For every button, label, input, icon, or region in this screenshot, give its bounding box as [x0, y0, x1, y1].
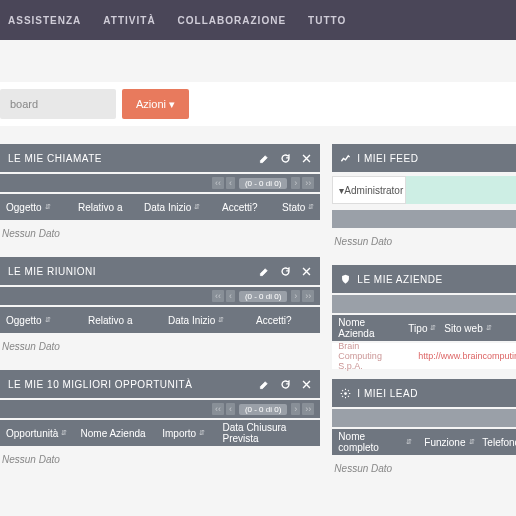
pager-range: (0 - 0 di 0)	[239, 291, 287, 302]
spacer-bar	[332, 295, 516, 313]
no-data-label: Nessun Dato	[0, 220, 320, 247]
edit-icon[interactable]	[259, 153, 270, 164]
gear-icon	[340, 388, 351, 399]
refresh-icon[interactable]	[280, 266, 291, 277]
shield-icon	[340, 274, 351, 285]
cell-site[interactable]: http://www.braincomputing.com	[418, 351, 516, 361]
columns-header: Nome completo⇵ Funzione⇵ Telefono	[332, 429, 516, 455]
close-icon[interactable]	[301, 153, 312, 164]
actions-button[interactable]: Azioni ▾	[122, 89, 189, 119]
edit-icon[interactable]	[259, 266, 270, 277]
col-telefono[interactable]: Telefono	[476, 437, 516, 448]
pager-range: (0 - 0 di 0)	[239, 178, 287, 189]
panel-meetings: LE MIE RIUNIONI ‹‹‹ (0 - 0 di 0) ››› Ogg…	[0, 257, 320, 360]
col-oggetto[interactable]: Oggetto⇵	[0, 202, 72, 213]
no-data-label: Nessun Dato	[332, 455, 516, 482]
panel-title: LE MIE RIUNIONI	[8, 266, 96, 277]
refresh-icon[interactable]	[280, 153, 291, 164]
col-opportunita[interactable]: Opportunità⇵	[0, 428, 75, 439]
col-nome[interactable]: Nome Azienda	[332, 317, 402, 339]
columns-header: Oggetto⇵ Relativo a Data Inizio⇵ Accetti…	[0, 307, 320, 333]
columns-header: Nome Azienda Tipo⇵ Sito web⇵	[332, 315, 516, 341]
pager: ‹‹‹ (0 - 0 di 0) ›››	[0, 174, 320, 192]
columns-header: Oggetto⇵ Relativo a Data Inizio⇵ Accetti…	[0, 194, 320, 220]
nav-collaborazione[interactable]: COLLABORAZIONE	[178, 15, 286, 26]
panel-feed: I MIEI FEED ▾ Administrator Nessun Dato	[332, 144, 516, 255]
refresh-icon[interactable]	[280, 379, 291, 390]
pager-prev-icon[interactable]: ‹‹‹	[212, 290, 235, 302]
panel-title: I MIEI FEED	[340, 153, 418, 164]
col-chiusura[interactable]: Data Chiusura Prevista	[216, 422, 320, 444]
spacer-bar	[332, 409, 516, 427]
col-nome[interactable]: Nome completo⇵	[332, 431, 418, 453]
chart-icon	[340, 153, 351, 164]
nav-assistenza[interactable]: ASSISTENZA	[8, 15, 81, 26]
pager-next-icon[interactable]: ›››	[291, 290, 314, 302]
col-relativo[interactable]: Relativo a	[82, 315, 162, 326]
nav-tutto[interactable]: TUTTO	[308, 15, 346, 26]
col-tipo[interactable]: Tipo⇵	[402, 323, 438, 334]
col-stato[interactable]: Stato⇵	[276, 202, 320, 213]
pager-next-icon[interactable]: ›››	[291, 403, 314, 415]
col-azienda[interactable]: Nome Azienda	[75, 428, 157, 439]
columns-header: Opportunità⇵ Nome Azienda Importo⇵ Data …	[0, 420, 320, 446]
nav-attivita[interactable]: ATTIVITÀ	[103, 15, 155, 26]
close-icon[interactable]	[301, 379, 312, 390]
panel-calls: LE MIE CHIAMATE ‹‹‹ (0 - 0 di 0) ››› Ogg…	[0, 144, 320, 247]
no-data-label: Nessun Dato	[332, 228, 516, 255]
pager-prev-icon[interactable]: ‹‹‹	[212, 177, 235, 189]
feed-input[interactable]	[406, 176, 516, 204]
no-data-label: Nessun Dato	[0, 333, 320, 360]
panel-title: LE MIE 10 MIGLIORI OPPORTUNITÀ	[8, 379, 192, 390]
panel-opportunities: LE MIE 10 MIGLIORI OPPORTUNITÀ ‹‹‹ (0 - …	[0, 370, 320, 473]
no-data-label: Nessun Dato	[0, 446, 320, 473]
table-row[interactable]: Brain Computing S.p.A. http://www.brainc…	[332, 343, 516, 369]
top-nav: ASSISTENZA ATTIVITÀ COLLABORAZIONE TUTTO	[0, 0, 516, 40]
col-accetti[interactable]: Accetti?	[250, 315, 298, 326]
pager-next-icon[interactable]: ›››	[291, 177, 314, 189]
col-funzione[interactable]: Funzione⇵	[418, 437, 476, 448]
col-data[interactable]: Data Inizio⇵	[162, 315, 250, 326]
panel-title: I MIEI LEAD	[340, 388, 418, 399]
close-icon[interactable]	[301, 266, 312, 277]
search-input[interactable]: board	[0, 89, 116, 119]
col-oggetto[interactable]: Oggetto⇵	[0, 315, 82, 326]
panel-title: LE MIE CHIAMATE	[8, 153, 102, 164]
pager-range: (0 - 0 di 0)	[239, 404, 287, 415]
col-relativo[interactable]: Relativo a	[72, 202, 138, 213]
pager: ‹‹‹ (0 - 0 di 0) ›››	[0, 287, 320, 305]
pager-prev-icon[interactable]: ‹‹‹	[212, 403, 235, 415]
panel-title: LE MIE AZIENDE	[340, 274, 442, 285]
pager: ‹‹‹ (0 - 0 di 0) ›››	[0, 400, 320, 418]
col-accetti[interactable]: Accetti?	[216, 202, 276, 213]
cell-name: Brain Computing S.p.A.	[338, 341, 398, 371]
col-importo[interactable]: Importo⇵	[156, 428, 216, 439]
edit-icon[interactable]	[259, 379, 270, 390]
svg-point-0	[344, 392, 347, 395]
col-data[interactable]: Data Inizio⇵	[138, 202, 216, 213]
panel-companies: LE MIE AZIENDE Nome Azienda Tipo⇵ Sito w…	[332, 265, 516, 369]
feed-bar	[332, 210, 516, 228]
toolbar: board Azioni ▾	[0, 82, 516, 126]
panel-leads: I MIEI LEAD Nome completo⇵ Funzione⇵ Tel…	[332, 379, 516, 482]
feed-author: ▾ Administrator	[332, 176, 406, 204]
col-sito[interactable]: Sito web⇵	[438, 323, 497, 334]
